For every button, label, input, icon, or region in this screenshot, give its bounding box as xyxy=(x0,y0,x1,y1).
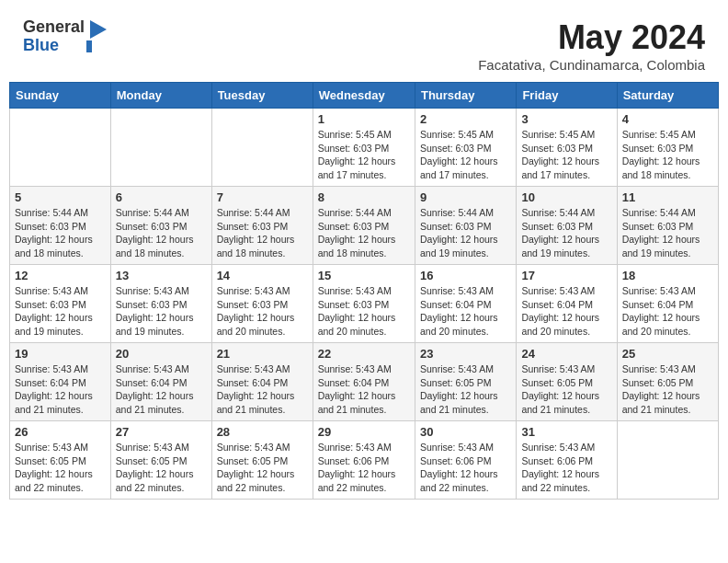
day-number: 17 xyxy=(521,269,611,282)
calendar-cell: 25Sunrise: 5:43 AM Sunset: 6:05 PM Dayli… xyxy=(617,343,718,421)
day-info: Sunrise: 5:43 AM Sunset: 6:05 PM Dayligh… xyxy=(15,441,106,495)
calendar-header-wednesday: Wednesday xyxy=(313,83,415,109)
day-info: Sunrise: 5:43 AM Sunset: 6:03 PM Dayligh… xyxy=(15,284,106,339)
day-info: Sunrise: 5:43 AM Sunset: 6:05 PM Dayligh… xyxy=(420,362,511,417)
day-info: Sunrise: 5:43 AM Sunset: 6:05 PM Dayligh… xyxy=(521,362,611,417)
day-info: Sunrise: 5:43 AM Sunset: 6:03 PM Dayligh… xyxy=(217,284,308,339)
day-number: 28 xyxy=(217,425,308,439)
logo-blue: Blue xyxy=(23,37,85,55)
calendar-header-friday: Friday xyxy=(517,83,617,109)
calendar-week-4: 19Sunrise: 5:43 AM Sunset: 6:04 PM Dayli… xyxy=(10,343,719,421)
day-number: 29 xyxy=(318,425,410,439)
calendar-cell: 30Sunrise: 5:43 AM Sunset: 6:06 PM Dayli… xyxy=(415,421,516,500)
day-number: 11 xyxy=(622,190,713,204)
day-number: 31 xyxy=(521,425,611,439)
calendar-cell: 23Sunrise: 5:43 AM Sunset: 6:05 PM Dayli… xyxy=(415,343,516,421)
calendar-cell: 11Sunrise: 5:44 AM Sunset: 6:03 PM Dayli… xyxy=(617,187,718,265)
calendar-cell: 28Sunrise: 5:43 AM Sunset: 6:05 PM Dayli… xyxy=(211,421,313,500)
day-info: Sunrise: 5:43 AM Sunset: 6:04 PM Dayligh… xyxy=(116,362,207,417)
day-number: 9 xyxy=(420,190,511,204)
day-info: Sunrise: 5:44 AM Sunset: 6:03 PM Dayligh… xyxy=(318,206,410,260)
day-number: 16 xyxy=(420,269,511,282)
calendar-cell: 8Sunrise: 5:44 AM Sunset: 6:03 PM Daylig… xyxy=(313,187,415,265)
month-year: May 2024 xyxy=(478,18,705,57)
calendar-cell: 27Sunrise: 5:43 AM Sunset: 6:05 PM Dayli… xyxy=(110,421,211,500)
day-number: 22 xyxy=(318,347,410,361)
calendar-cell: 10Sunrise: 5:44 AM Sunset: 6:03 PM Dayli… xyxy=(517,187,617,265)
calendar-cell: 20Sunrise: 5:43 AM Sunset: 6:04 PM Dayli… xyxy=(110,343,211,421)
calendar-cell: 29Sunrise: 5:43 AM Sunset: 6:06 PM Dayli… xyxy=(313,421,415,500)
day-info: Sunrise: 5:44 AM Sunset: 6:03 PM Dayligh… xyxy=(217,206,308,260)
day-info: Sunrise: 5:45 AM Sunset: 6:03 PM Dayligh… xyxy=(318,128,410,182)
day-number: 1 xyxy=(318,112,410,126)
day-info: Sunrise: 5:43 AM Sunset: 6:05 PM Dayligh… xyxy=(622,362,713,417)
day-info: Sunrise: 5:45 AM Sunset: 6:03 PM Dayligh… xyxy=(521,128,611,182)
calendar-header-monday: Monday xyxy=(110,83,211,109)
logo: General Blue xyxy=(23,18,107,55)
day-number: 19 xyxy=(15,347,106,361)
day-number: 21 xyxy=(217,347,308,361)
calendar-header-row: SundayMondayTuesdayWednesdayThursdayFrid… xyxy=(10,83,719,109)
calendar-cell: 14Sunrise: 5:43 AM Sunset: 6:03 PM Dayli… xyxy=(211,265,313,343)
calendar-header-sunday: Sunday xyxy=(10,83,111,109)
day-info: Sunrise: 5:44 AM Sunset: 6:03 PM Dayligh… xyxy=(521,206,611,260)
svg-marker-0 xyxy=(90,20,107,39)
calendar-header-thursday: Thursday xyxy=(415,83,516,109)
calendar-cell: 2Sunrise: 5:45 AM Sunset: 6:03 PM Daylig… xyxy=(415,109,516,187)
calendar-cell: 17Sunrise: 5:43 AM Sunset: 6:04 PM Dayli… xyxy=(517,265,617,343)
calendar-cell: 9Sunrise: 5:44 AM Sunset: 6:03 PM Daylig… xyxy=(415,187,516,265)
title-section: May 2024 Facatativa, Cundinamarca, Colom… xyxy=(478,18,705,73)
calendar-cell: 13Sunrise: 5:43 AM Sunset: 6:03 PM Dayli… xyxy=(110,265,211,343)
calendar-cell: 19Sunrise: 5:43 AM Sunset: 6:04 PM Dayli… xyxy=(10,343,111,421)
calendar-cell: 24Sunrise: 5:43 AM Sunset: 6:05 PM Dayli… xyxy=(517,343,617,421)
day-number: 26 xyxy=(15,425,106,439)
day-info: Sunrise: 5:43 AM Sunset: 6:04 PM Dayligh… xyxy=(420,284,511,339)
calendar-week-1: 1Sunrise: 5:45 AM Sunset: 6:03 PM Daylig… xyxy=(10,109,719,187)
day-info: Sunrise: 5:43 AM Sunset: 6:05 PM Dayligh… xyxy=(116,441,207,495)
day-number: 24 xyxy=(521,347,611,361)
calendar-header-saturday: Saturday xyxy=(617,83,718,109)
day-info: Sunrise: 5:44 AM Sunset: 6:03 PM Dayligh… xyxy=(420,206,511,260)
calendar-cell: 1Sunrise: 5:45 AM Sunset: 6:03 PM Daylig… xyxy=(313,109,415,187)
day-number: 20 xyxy=(116,347,207,361)
day-info: Sunrise: 5:45 AM Sunset: 6:03 PM Dayligh… xyxy=(622,128,713,182)
calendar-cell: 16Sunrise: 5:43 AM Sunset: 6:04 PM Dayli… xyxy=(415,265,516,343)
day-info: Sunrise: 5:43 AM Sunset: 6:05 PM Dayligh… xyxy=(217,441,308,495)
day-info: Sunrise: 5:43 AM Sunset: 6:06 PM Dayligh… xyxy=(521,441,611,495)
logo-general: General xyxy=(23,18,85,37)
calendar-cell xyxy=(110,109,211,187)
day-number: 8 xyxy=(318,190,410,204)
header: General Blue May 2024 Facatativa, Cundin… xyxy=(9,9,719,77)
calendar-cell: 5Sunrise: 5:44 AM Sunset: 6:03 PM Daylig… xyxy=(10,187,111,265)
day-number: 10 xyxy=(521,190,611,204)
day-info: Sunrise: 5:43 AM Sunset: 6:04 PM Dayligh… xyxy=(217,362,308,417)
day-info: Sunrise: 5:43 AM Sunset: 6:03 PM Dayligh… xyxy=(116,284,207,339)
calendar-cell xyxy=(10,109,111,187)
day-number: 27 xyxy=(116,425,207,439)
day-number: 2 xyxy=(420,112,511,126)
calendar-week-3: 12Sunrise: 5:43 AM Sunset: 6:03 PM Dayli… xyxy=(10,265,719,343)
location: Facatativa, Cundinamarca, Colombia xyxy=(478,57,705,73)
day-number: 23 xyxy=(420,347,511,361)
day-info: Sunrise: 5:44 AM Sunset: 6:03 PM Dayligh… xyxy=(622,206,713,260)
day-info: Sunrise: 5:43 AM Sunset: 6:03 PM Dayligh… xyxy=(318,284,410,339)
day-info: Sunrise: 5:43 AM Sunset: 6:04 PM Dayligh… xyxy=(15,362,106,417)
day-info: Sunrise: 5:43 AM Sunset: 6:04 PM Dayligh… xyxy=(521,284,611,339)
calendar-cell: 26Sunrise: 5:43 AM Sunset: 6:05 PM Dayli… xyxy=(10,421,111,500)
calendar-cell: 7Sunrise: 5:44 AM Sunset: 6:03 PM Daylig… xyxy=(211,187,313,265)
logo-text: General Blue xyxy=(23,18,85,55)
calendar-table: SundayMondayTuesdayWednesdayThursdayFrid… xyxy=(9,82,719,500)
calendar-header-tuesday: Tuesday xyxy=(211,83,313,109)
calendar-cell: 31Sunrise: 5:43 AM Sunset: 6:06 PM Dayli… xyxy=(517,421,617,500)
calendar-cell xyxy=(211,109,313,187)
svg-rect-1 xyxy=(86,40,92,52)
day-number: 7 xyxy=(217,190,308,204)
day-info: Sunrise: 5:44 AM Sunset: 6:03 PM Dayligh… xyxy=(116,206,207,260)
calendar-cell: 21Sunrise: 5:43 AM Sunset: 6:04 PM Dayli… xyxy=(211,343,313,421)
calendar-cell: 18Sunrise: 5:43 AM Sunset: 6:04 PM Dayli… xyxy=(617,265,718,343)
logo-icon xyxy=(86,20,107,52)
day-info: Sunrise: 5:43 AM Sunset: 6:06 PM Dayligh… xyxy=(420,441,511,495)
calendar-cell: 3Sunrise: 5:45 AM Sunset: 6:03 PM Daylig… xyxy=(517,109,617,187)
calendar-cell: 4Sunrise: 5:45 AM Sunset: 6:03 PM Daylig… xyxy=(617,109,718,187)
day-number: 30 xyxy=(420,425,511,439)
